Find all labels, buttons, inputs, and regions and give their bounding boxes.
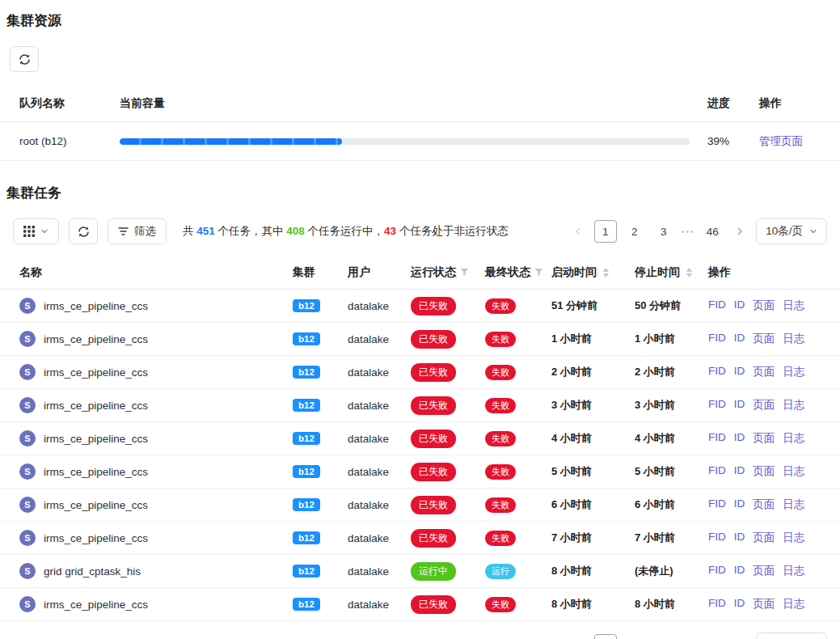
spark-avatar: S — [19, 298, 36, 314]
action-id-link[interactable]: ID — [734, 332, 745, 346]
action-page-link[interactable]: 页面 — [753, 365, 775, 379]
action-log-link[interactable]: 日志 — [783, 464, 804, 479]
resources-section: 集群资源 队列名称 当前容量 进度 操作 — [0, 11, 840, 161]
action-page-link[interactable]: 页面 — [753, 497, 775, 512]
final-status-filter-icon[interactable] — [534, 268, 543, 277]
action-page-link[interactable]: 页面 — [753, 464, 775, 479]
refresh-icon — [78, 226, 90, 238]
task-user: datalake — [348, 333, 411, 345]
refresh-icon — [19, 53, 31, 66]
row-actions: FIDID页面日志 — [708, 597, 821, 611]
prev-page-button[interactable] — [568, 222, 588, 241]
action-log-link[interactable]: 日志 — [783, 564, 804, 578]
action-fid-link[interactable]: FID — [708, 564, 726, 578]
page-button-1[interactable]: 1 — [594, 220, 617, 243]
queue-row: root (b12) 39% 管理页面 — [0, 122, 840, 161]
page-button-3[interactable]: 3 — [652, 220, 675, 243]
start-time-sort-icon[interactable] — [602, 268, 610, 277]
stop-time: 50 分钟前 — [635, 298, 708, 313]
action-page-link[interactable]: 页面 — [753, 332, 775, 346]
task-user: datalake — [348, 366, 411, 379]
action-log-link[interactable]: 日志 — [783, 298, 804, 313]
stop-time: 1 小时前 — [635, 332, 708, 346]
page-button-last[interactable]: 46 — [701, 634, 724, 639]
table-row: S irms_ce_pipeline_ccs b12 datalake 已失败 … — [0, 323, 840, 356]
stop-time: (未停止) — [635, 564, 708, 578]
action-log-link[interactable]: 日志 — [783, 332, 804, 346]
run-status-filter-icon[interactable] — [460, 268, 469, 277]
action-fid-link[interactable]: FID — [708, 431, 726, 446]
page-size-select[interactable]: 10条/页 — [756, 633, 827, 639]
stop-time-sort-icon[interactable] — [686, 268, 693, 277]
run-status-badge: 已失败 — [411, 363, 456, 382]
action-id-link[interactable]: ID — [734, 365, 745, 379]
page-button-1[interactable]: 1 — [594, 634, 617, 639]
next-page-button[interactable] — [730, 222, 749, 241]
prev-page-button[interactable] — [568, 636, 588, 639]
action-id-link[interactable]: ID — [734, 564, 745, 578]
summary-text: 个任务运行中， — [305, 225, 384, 237]
action-log-link[interactable]: 日志 — [783, 398, 804, 413]
action-page-link[interactable]: 页面 — [753, 398, 775, 413]
column-settings-button[interactable] — [13, 218, 59, 244]
page-button-2[interactable]: 2 — [623, 634, 646, 639]
table-row: S irms_ce_pipeline_ccs b12 datalake 已失败 … — [0, 489, 840, 522]
action-id-link[interactable]: ID — [734, 464, 745, 479]
action-page-link[interactable]: 页面 — [753, 298, 775, 313]
action-page-link[interactable]: 页面 — [753, 531, 775, 545]
table-row: S irms_ce_pipeline_ccs b12 datalake 已失败 … — [0, 356, 840, 389]
action-log-link[interactable]: 日志 — [783, 531, 804, 545]
stop-time-header: 停止时间 — [635, 265, 708, 280]
action-log-link[interactable]: 日志 — [783, 597, 804, 611]
task-name: irms_ce_pipeline_ccs — [44, 433, 148, 445]
table-row: S irms_ce_pipeline_ccs b12 datalake 已失败 … — [0, 588, 840, 621]
resources-refresh-button[interactable] — [10, 46, 39, 72]
action-page-link[interactable]: 页面 — [753, 564, 775, 578]
action-fid-link[interactable]: FID — [708, 531, 726, 545]
row-actions: FIDID页面日志 — [708, 531, 821, 545]
start-time: 5 小时前 — [551, 464, 635, 479]
action-fid-link[interactable]: FID — [708, 298, 726, 313]
action-page-link[interactable]: 页面 — [753, 431, 775, 446]
action-id-link[interactable]: ID — [734, 398, 745, 413]
spark-avatar: S — [19, 497, 36, 513]
pagination-bottom: 1 2 3 ••• 46 10条/页 — [568, 633, 827, 639]
row-actions: FIDID页面日志 — [708, 398, 821, 413]
cluster-badge: b12 — [293, 399, 320, 412]
action-id-link[interactable]: ID — [734, 531, 745, 545]
next-page-button[interactable] — [730, 636, 749, 639]
action-id-link[interactable]: ID — [734, 597, 745, 611]
start-time: 8 小时前 — [551, 597, 635, 611]
action-page-link[interactable]: 页面 — [753, 597, 775, 611]
run-status-badge: 已失败 — [411, 330, 456, 349]
action-fid-link[interactable]: FID — [708, 597, 726, 611]
action-log-link[interactable]: 日志 — [783, 497, 804, 512]
start-time: 51 分钟前 — [551, 298, 635, 313]
tasks-refresh-button[interactable] — [69, 218, 98, 244]
action-fid-link[interactable]: FID — [708, 398, 726, 413]
page-size-select[interactable]: 10条/页 — [756, 218, 827, 244]
final-status-badge: 失败 — [485, 497, 516, 513]
action-fid-link[interactable]: FID — [708, 464, 726, 479]
action-id-link[interactable]: ID — [734, 497, 745, 512]
page-button-2[interactable]: 2 — [623, 220, 646, 243]
page-button-3[interactable]: 3 — [652, 634, 675, 639]
queue-name: root (b12) — [19, 135, 120, 147]
filter-button[interactable]: 筛选 — [108, 218, 167, 244]
action-id-link[interactable]: ID — [734, 431, 745, 446]
action-log-link[interactable]: 日志 — [783, 431, 804, 446]
cluster-header: 集群 — [293, 265, 348, 280]
final-status-badge: 失败 — [485, 464, 516, 480]
run-status-header: 运行状态 — [411, 265, 485, 280]
page-button-last[interactable]: 46 — [701, 220, 724, 243]
action-id-link[interactable]: ID — [734, 298, 745, 313]
manage-page-link[interactable]: 管理页面 — [759, 135, 803, 147]
spark-avatar: S — [19, 397, 36, 413]
action-log-link[interactable]: 日志 — [783, 365, 804, 379]
table-row: S irms_ce_pipeline_ccs b12 datalake 已失败 … — [0, 290, 840, 323]
page-ellipsis[interactable]: ••• — [682, 227, 695, 236]
action-fid-link[interactable]: FID — [708, 332, 726, 346]
action-fid-link[interactable]: FID — [708, 365, 726, 379]
final-status-badge: 运行 — [485, 564, 516, 579]
action-fid-link[interactable]: FID — [708, 497, 726, 512]
